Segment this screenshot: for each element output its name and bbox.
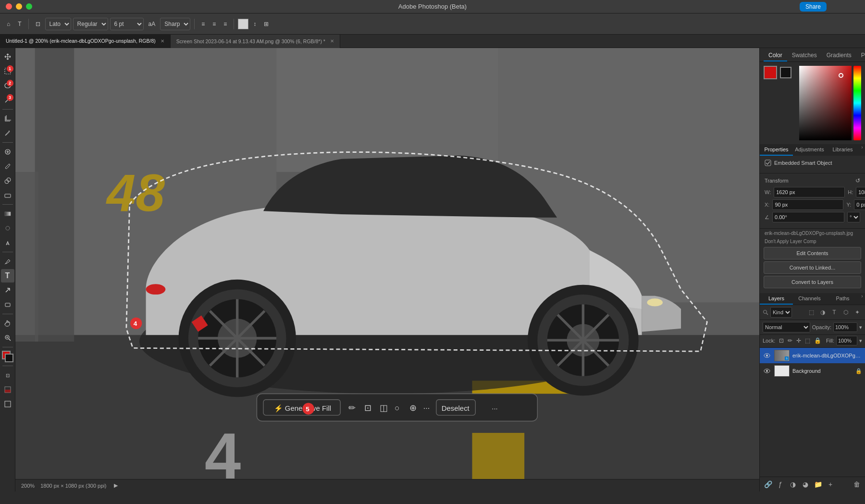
tab-properties[interactable]: Properties [760,144,793,156]
opacity-dropdown[interactable]: ▾ [859,324,862,331]
type-tool-left[interactable]: T [1,269,14,283]
transform-x-input[interactable] [772,199,843,210]
healing-tool[interactable] [1,145,14,159]
lock-position-btn[interactable]: ✛ [796,337,801,344]
panel-collapse[interactable]: › [859,144,865,150]
tab-channels[interactable]: Channels [793,293,826,305]
quick-mask-btn[interactable] [1,383,14,396]
home-button[interactable]: ⌂ [4,17,13,31]
crop-tool[interactable] [1,112,14,125]
layers-panel: Layers Channels Paths › Kind ⬚ ◑ T ⬡ ✦ [760,293,865,492]
pen-tool[interactable] [1,255,14,268]
move-tool[interactable] [1,50,14,63]
filter-smart-btn[interactable]: ✦ [853,307,862,317]
transform-angle-input[interactable] [772,212,844,222]
close-button[interactable] [6,3,12,10]
blend-mode-select[interactable]: Normal [763,322,810,332]
zoom-tool[interactable] [1,331,14,344]
color-spectrum-container[interactable] [799,66,861,140]
fill-input[interactable] [836,336,857,345]
add-style-btn[interactable]: ƒ [775,479,786,490]
layers-filter-select[interactable]: Kind [770,307,792,318]
align-center-button[interactable]: ≡ [210,17,219,31]
tab-close-1[interactable]: ✕ [161,38,164,44]
shape-tool[interactable] [1,298,14,311]
gradient-tool[interactable] [1,207,14,221]
add-mask-btn[interactable]: ◑ [788,479,798,490]
lock-all-btn[interactable]: 🔒 [814,337,821,344]
lock-image-btn[interactable]: ✏ [788,337,792,344]
new-layer-btn[interactable]: + [825,479,836,490]
font-size-select[interactable]: 6 pt [110,18,144,30]
hue-slider[interactable] [853,66,861,140]
dodge-tool[interactable] [1,236,14,249]
lock-transparent-btn[interactable]: ⊡ [779,337,784,344]
color-spectrum[interactable] [799,66,852,140]
tab-untitled[interactable]: Untitled-1 @ 200% (erik-mclean-dbLgODXOP… [0,35,171,48]
convert-linked-button[interactable]: Convert to Linked... [764,261,861,274]
maximize-button[interactable] [26,3,32,10]
layer-eye-bg[interactable] [763,367,771,375]
new-group-btn[interactable]: 📁 [813,479,823,490]
toolbar-icon-btn[interactable]: ⊡ [33,17,43,31]
anti-alias-select[interactable]: Sharp [160,18,190,30]
tab-layers[interactable]: Layers [760,293,793,305]
type-tool-btn[interactable]: T [15,17,24,31]
minimize-button[interactable] [16,3,22,10]
filter-shape-btn[interactable]: ⬡ [841,307,851,317]
new-fill-btn[interactable]: ◕ [800,479,811,490]
tab-close-2[interactable]: ✕ [330,38,334,44]
link-layers-btn[interactable]: 🔗 [763,479,773,490]
lock-artboard-btn[interactable]: ⬚ [805,337,810,344]
color-swatch[interactable] [238,19,248,29]
font-style-select[interactable]: Regular [73,18,108,30]
brush-tool[interactable] [1,160,14,173]
color-fg-swatch[interactable] [764,66,777,79]
layer-eye-car[interactable] [763,351,771,360]
align-right-button[interactable]: ≡ [221,17,230,31]
layer-item-background[interactable]: Background 🔒 [760,363,865,379]
transform-y-input[interactable] [854,199,865,210]
tab-paths[interactable]: Paths [826,293,859,305]
share-button[interactable]: Share [800,2,827,12]
screen-mode-btn[interactable] [1,397,14,411]
tab-patterns[interactable]: Patterns [856,50,865,61]
layers-panel-collapse[interactable]: › [859,293,865,299]
eraser-tool[interactable] [1,188,14,202]
aa-button[interactable]: aA [146,17,159,31]
tab-adjustments[interactable]: Adjustments [793,144,826,156]
path-select-tool[interactable] [1,283,14,297]
delete-layer-btn[interactable]: 🗑 [852,479,862,490]
transform-w-input[interactable] [774,187,845,197]
hand-tool[interactable] [1,317,14,330]
edit-contents-button[interactable]: Edit Contents [764,247,861,259]
convert-layers-button[interactable]: Convert to Layers [764,276,861,288]
tab-libraries[interactable]: Libraries [826,144,859,156]
magic-wand-tool[interactable]: 3 [1,93,14,107]
select-tool[interactable]: 1 [1,64,14,78]
tab-screenshot[interactable]: Screen Shot 2023-06-14 at 9.13.43 AM.png… [171,35,340,48]
angle-unit-select[interactable]: ° [847,212,860,222]
tab-swatches[interactable]: Swatches [787,50,822,61]
tab-gradients[interactable]: Gradients [822,50,856,61]
extra-btn[interactable]: ⊞ [261,17,272,31]
filter-pixel-btn[interactable]: ⬚ [806,307,816,317]
filter-type-btn[interactable]: T [829,307,839,317]
layer-item-car[interactable]: S erik-mclean-dbLgODXOPgo-unsplash [760,348,865,363]
eyedropper-tool[interactable] [1,126,14,140]
toggle-btn[interactable]: ↕ [250,17,259,31]
clone-tool[interactable] [1,174,14,187]
transform-reset[interactable]: ↺ [855,177,860,184]
transform-h-input[interactable] [856,187,865,197]
blur-tool[interactable] [1,221,14,235]
font-family-select[interactable]: Lato [45,18,71,30]
color-bg-swatch[interactable] [780,67,791,78]
background-color[interactable] [5,354,13,362]
filter-adjust-btn[interactable]: ◑ [818,307,828,317]
fill-dropdown[interactable]: ▾ [859,338,862,344]
tab-color[interactable]: Color [764,50,787,61]
align-left-button[interactable]: ≡ [198,17,208,31]
opacity-input[interactable] [833,322,857,332]
lasso-tool[interactable]: 2 [1,79,14,92]
extras-btn[interactable]: ⊡ [1,369,14,382]
